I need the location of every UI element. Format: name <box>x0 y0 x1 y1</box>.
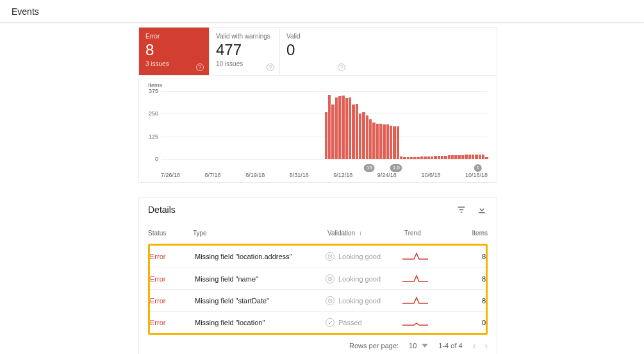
cell-items: 8 <box>454 297 486 305</box>
col-trend: Trend <box>404 230 456 237</box>
chart-bar <box>328 95 331 159</box>
sparkline-icon <box>402 252 428 261</box>
help-icon[interactable]: ? <box>267 63 274 71</box>
table-row[interactable]: ErrorMissing field "name"Looking good8 <box>150 267 486 289</box>
chart-xtick: 8/19/18 <box>245 172 265 178</box>
table-pager: Rows per page: 10 1-4 of 4 ‹ › <box>139 334 497 354</box>
chart-bar <box>444 156 447 159</box>
pager-range: 1-4 of 4 <box>438 342 462 350</box>
chart-xtick: 7/26/18 <box>161 172 180 178</box>
stat-sub: 3 issues <box>145 60 202 67</box>
cell-items: 8 <box>454 275 486 283</box>
chart-bar <box>345 98 348 159</box>
chart-xtick: 10/18/18 <box>465 172 488 178</box>
sparkline-icon <box>402 274 428 283</box>
main-scroll[interactable]: Error 8 3 issues ? Valid with warnings 4… <box>0 23 644 354</box>
cell-validation: Looking good <box>326 296 402 305</box>
chart-bar <box>342 96 344 159</box>
check-icon <box>326 318 334 327</box>
page-title: Events <box>12 6 39 17</box>
chart-bar <box>427 156 430 159</box>
stat-title: Valid with warnings <box>216 33 273 40</box>
chart-xtick: 9/24/18 <box>377 172 397 178</box>
sparkline-icon <box>402 296 428 305</box>
chart-bar <box>448 155 450 159</box>
chart-bar <box>379 124 382 159</box>
filter-icon[interactable] <box>456 204 467 215</box>
clock-icon <box>326 252 334 261</box>
chart-bar <box>369 119 372 159</box>
clock-icon <box>326 296 334 305</box>
chart-bar <box>356 104 358 159</box>
stat-title: Valid <box>286 33 344 40</box>
col-validation[interactable]: Validation ↓ <box>327 230 404 237</box>
stat-title: Error <box>145 33 202 40</box>
chart-bar <box>475 155 477 159</box>
chart-bar <box>393 126 395 159</box>
cell-status: Error <box>150 319 195 326</box>
chart-bar <box>403 157 406 159</box>
chart-bar <box>441 156 443 159</box>
chart-bar <box>472 155 474 159</box>
chart-bar <box>417 157 420 159</box>
col-status: Status <box>148 230 193 237</box>
details-card: Details <box>138 197 497 354</box>
cell-trend <box>402 274 454 283</box>
cell-trend <box>402 252 454 261</box>
app-header: Events <box>0 0 644 23</box>
cell-validation: Passed <box>326 318 402 327</box>
stat-value: 0 <box>286 41 344 59</box>
stat-card-error[interactable]: Error 8 3 issues ? <box>139 28 210 75</box>
chart-xtick: 10/6/18 <box>421 172 440 178</box>
cell-type: Missing field "location" <box>195 319 326 326</box>
chart-bar <box>468 155 471 159</box>
svg-rect-3 <box>479 212 484 213</box>
details-title: Details <box>148 205 176 215</box>
chart-bar <box>465 155 467 159</box>
chart-bar <box>479 155 481 159</box>
cell-validation: Looking good <box>326 252 402 261</box>
chart-bar <box>397 126 399 159</box>
chart-bar <box>400 156 402 159</box>
chart-x-labels: 7/26/188/7/188/19/188/31/189/12/189/24/1… <box>161 172 488 178</box>
chart-ytick: 250 <box>145 110 158 117</box>
pager-next[interactable]: › <box>484 341 488 351</box>
stat-card-valid[interactable]: Valid 0 ? <box>280 28 351 75</box>
chart-bar <box>376 124 379 159</box>
chart-annotation: 1.0 <box>390 164 402 172</box>
clock-icon <box>326 274 334 283</box>
chart-xtick: 9/12/18 <box>333 172 352 178</box>
cell-status: Error <box>150 297 195 305</box>
items-chart-card: Items 0125250375151.01 7/26/188/7/188/19… <box>138 75 497 183</box>
chart-bar <box>485 157 488 159</box>
help-icon[interactable]: ? <box>338 63 345 71</box>
cell-validation: Looking good <box>326 274 402 283</box>
chart-bar <box>359 114 361 159</box>
chart-bar <box>482 155 484 159</box>
col-type: Type <box>193 230 327 237</box>
help-icon[interactable]: ? <box>196 63 204 71</box>
chart-bar <box>454 155 457 159</box>
chart-bar <box>431 156 433 159</box>
table-row[interactable]: ErrorMissing field "location"Passed0 <box>150 311 486 333</box>
chart-xtick: 8/31/18 <box>290 172 309 178</box>
table-row[interactable]: ErrorMissing field "location.address"Loo… <box>150 246 486 267</box>
stat-card-warning[interactable]: Valid with warnings 477 10 issues ? <box>210 28 280 75</box>
chart-bar <box>383 124 385 159</box>
chart-ytick: 0 <box>145 156 158 162</box>
download-icon[interactable] <box>476 204 488 215</box>
chart-y-label: Items <box>148 82 488 88</box>
pager-prev[interactable]: ‹ <box>473 341 476 351</box>
chart-bar <box>338 96 341 159</box>
chart-ytick: 375 <box>145 88 158 94</box>
rows-per-page-select[interactable]: 10 <box>409 342 428 350</box>
stat-sub: 10 issues <box>216 60 273 67</box>
sparkline-icon <box>402 318 428 327</box>
cell-status: Error <box>150 253 195 260</box>
chart-bar <box>335 97 338 159</box>
chart-bar <box>372 122 375 159</box>
table-row[interactable]: ErrorMissing field "startDate"Looking go… <box>150 289 486 311</box>
chart-bar <box>451 155 454 159</box>
chart-annotation: 1 <box>474 164 481 172</box>
chart-bar <box>434 156 436 159</box>
